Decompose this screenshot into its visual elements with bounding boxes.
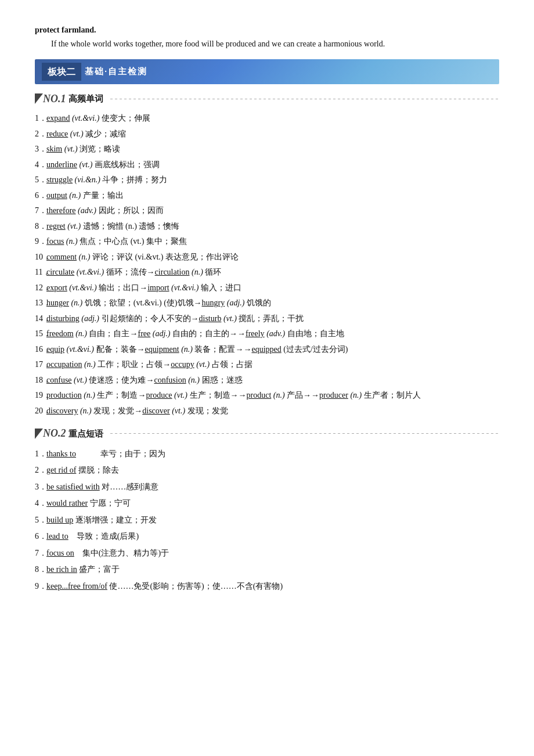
word-key: expand	[46, 114, 70, 123]
intro-para-text: If the whole world works together, more …	[51, 39, 385, 48]
word-key: struggle	[46, 175, 73, 184]
word-deriv-pos: (n.)	[188, 376, 200, 384]
word-item: 14．disturbing (adj.) 引起烦恼的；令人不安的→disturb…	[35, 311, 499, 327]
word-key: regret	[46, 222, 66, 231]
word-deriv3-key: producer	[319, 391, 348, 399]
phrase-meaning: 使……免受(影响；伤害等)；使……不含(有害物)	[109, 582, 283, 591]
no2-header: NO.2 重点短语	[35, 424, 499, 442]
word-meaning: 画底线标出；强调	[92, 160, 160, 169]
word-deriv2-pos: (adv.)	[266, 329, 285, 338]
word-deriv-pos: (vt.&vi.)	[171, 283, 199, 292]
word-pos: (vt.)	[74, 376, 87, 384]
phrase-meaning: 摆脱；除去	[78, 466, 119, 474]
word-deriv-key: free	[138, 329, 150, 338]
phrase-item: 8．be rich in 盛产；富于	[35, 561, 499, 578]
word-deriv3-meaning: 生产者；制片人	[362, 391, 421, 399]
word-deriv-key: confusion	[154, 376, 186, 384]
section-label: 板块二	[42, 63, 81, 81]
word-pos: (vi.&n.)	[75, 175, 100, 184]
no1-header: NO.1 高频单词	[35, 90, 499, 108]
word-deriv-key: import	[147, 283, 169, 292]
word-pos: (vt.&vi.)	[69, 283, 96, 292]
word-key: production	[46, 391, 82, 399]
word-deriv2-meaning: 产品→	[285, 391, 312, 399]
word-deriv-pos: (vt.)	[172, 406, 185, 415]
word-meaning: 自由；自主→	[87, 329, 138, 338]
section-header: 板块二 基础·自主检测	[35, 59, 499, 84]
word-num: 13．	[35, 296, 51, 311]
word-num: 15．	[35, 327, 51, 341]
no1-text: NO.1	[43, 90, 66, 108]
word-num: 1．	[35, 111, 47, 126]
phrase-key: would rather	[46, 499, 88, 507]
no2-badge: NO.2	[35, 424, 68, 442]
word-item: 4．underline (vt.) 画底线标出；强调	[35, 157, 499, 173]
phrase-num: 3．	[35, 480, 47, 495]
word-meaning: 引起烦恼的；令人不安的→	[99, 314, 199, 323]
intro-bold: protect farmland.	[35, 23, 499, 37]
word-num: 12．	[35, 281, 51, 296]
word-meaning: 斗争；拼搏；努力	[100, 175, 168, 184]
word-deriv-key: equipment	[145, 345, 179, 354]
word-deriv-meaning: 自由的；自主的→	[170, 329, 237, 338]
phrase-spaces	[68, 532, 77, 541]
phrase-spaces	[76, 449, 100, 458]
word-pos: (vt.&vi.)	[67, 345, 94, 354]
word-item: 20．discovery (n.) 发现；发觉→discover (vt.) 发…	[35, 404, 499, 419]
word-key: disturbing	[46, 314, 80, 323]
word-meaning: 配备；装备→	[94, 345, 145, 354]
word-num: 5．	[35, 173, 47, 188]
word-meaning: 工作；职业；占领→	[96, 360, 171, 369]
word-num: 20．	[35, 404, 51, 419]
word-key: therefore	[46, 206, 76, 215]
intro-paragraph: If the whole world works together, more …	[35, 37, 499, 51]
phrase-key: keep...free from/of	[46, 582, 107, 591]
word-pos: (n.)	[80, 406, 92, 415]
word-item: 6．output (n.) 产量；输出	[35, 188, 499, 204]
phrase-num: 1．	[35, 447, 47, 462]
phrase-key: get rid of	[46, 466, 76, 474]
word-pos: (n.)	[84, 360, 96, 369]
phrase-item: 3．be satisfied with 对……感到满意	[35, 479, 499, 496]
phrase-meaning: 导致；造成(后果)	[77, 532, 139, 541]
word-num: 3．	[35, 142, 47, 157]
word-pos: (adv.)	[78, 206, 96, 215]
word-item: 5．struggle (vi.&n.) 斗争；拼搏；努力	[35, 172, 499, 188]
word-item: 19．production (n.) 生产；制造→produce (vt.) 生…	[35, 388, 499, 404]
word-meaning: 遗憾；惋惜 (n.) 遗憾；懊悔	[81, 222, 179, 231]
word-meaning: 使变大；伸展	[99, 114, 150, 123]
word-meaning: 减少；减缩	[84, 129, 127, 138]
word-deriv-pos: (vt.)	[223, 314, 237, 323]
word-meaning: 循环；流传→	[104, 268, 155, 276]
no2-title: 重点短语	[68, 426, 103, 441]
no2-decoration	[110, 433, 500, 434]
word-key: reduce	[46, 129, 68, 138]
word-deriv-pos: (n.)	[181, 345, 193, 354]
word-key: underline	[46, 160, 77, 169]
word-deriv-key: hungry	[202, 298, 225, 307]
word-item: 15．freedom (n.) 自由；自主→free (adj.) 自由的；自主…	[35, 326, 499, 342]
no2-corner-icon	[35, 429, 43, 439]
word-num: 16．	[35, 343, 51, 357]
phrase-meaning: 逐渐增强；建立；开发	[75, 516, 157, 524]
no1-title: 高频单词	[68, 91, 103, 106]
word-deriv-meaning: 生产；制造→	[187, 391, 239, 399]
no1-decoration	[110, 99, 500, 99]
word-deriv-meaning: 循环	[203, 268, 222, 276]
word-deriv2-meaning: (过去式/过去分词)	[282, 345, 348, 354]
word-num: 17．	[35, 358, 51, 372]
word-pos: (n.)	[69, 191, 81, 200]
phrase-meaning: 盛产；富于	[79, 565, 120, 574]
word-deriv-pos: (adj.)	[227, 298, 245, 307]
word-meaning: 发现；发觉→	[92, 406, 143, 415]
phrase-item: 6．lead to 导致；造成(后果)	[35, 528, 499, 545]
phrase-key: be satisfied with	[46, 483, 100, 491]
word-item: 12．export (vt.&vi.) 输出；出口→import (vt.&vi…	[35, 280, 499, 296]
word-num: 7．	[35, 204, 47, 218]
phrase-meaning: 宁愿；宁可	[90, 499, 131, 507]
intro-bold-text: protect farmland.	[35, 26, 96, 34]
word-key: output	[46, 191, 67, 200]
word-deriv2-pos: (n.)	[273, 391, 285, 399]
word-deriv-key: discover	[142, 406, 169, 415]
word-num: 2．	[35, 127, 47, 142]
